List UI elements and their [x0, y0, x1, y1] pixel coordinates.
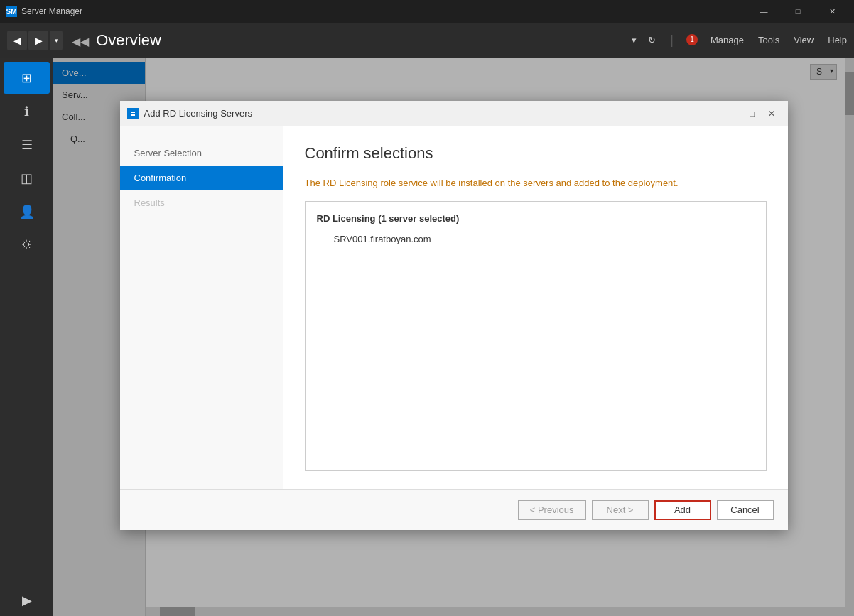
forward-button[interactable]: ▶ [28, 31, 48, 50]
sidebar-item-info[interactable]: ℹ [4, 95, 50, 127]
dialog-titlebar: Add RD Licensing Servers — □ ✕ [120, 101, 788, 126]
nav-buttons: ◀ ▶ ▾ [7, 31, 63, 50]
minimize-button[interactable]: — [747, 0, 780, 23]
maximize-button[interactable]: □ [782, 0, 814, 23]
sidebar-item-roles[interactable]: ◫ [4, 162, 50, 194]
server-manager-window: SM Server Manager — □ ✕ ◀ ▶ ▾ ◀◀ Overvie… [0, 0, 854, 616]
dialog-main-content: Confirm selections The RD Licensing role… [283, 126, 788, 489]
dialog-wizard-sidebar: Server Selection Confirmation Results [120, 126, 283, 489]
nav-dropdown-button[interactable]: ▾ [50, 31, 63, 50]
add-button[interactable]: Add [654, 500, 711, 520]
dialog-title-controls: — □ ✕ [724, 106, 781, 121]
users-icon: 👤 [19, 204, 35, 220]
dialog-maximize-button[interactable]: □ [743, 106, 762, 121]
previous-button[interactable]: < Previous [518, 500, 586, 520]
dialog-close-button[interactable]: ✕ [762, 106, 781, 121]
toolbar-menu: Manage Tools View Help [710, 35, 847, 45]
dialog-footer: < Previous Next > Add Cancel [120, 489, 788, 530]
expand-icon: ▶ [22, 593, 32, 608]
back-button[interactable]: ◀ [7, 31, 27, 50]
dialog-title-text: Add RD Licensing Servers [144, 108, 724, 119]
roles-icon: ◫ [21, 171, 33, 186]
dialog-overlay: Add RD Licensing Servers — □ ✕ Server Se [53, 58, 854, 616]
sidebar-item-users[interactable]: 👤 [4, 195, 50, 227]
title-bar: SM Server Manager — □ ✕ [0, 0, 854, 23]
svg-rect-0 [129, 110, 136, 117]
info-icon: ℹ [24, 104, 29, 119]
dialog-title-icon [127, 108, 139, 119]
wizard-step-server-selection[interactable]: Server Selection [120, 141, 283, 166]
servers-icon: ☰ [21, 137, 33, 153]
notification-badge: 1 [686, 34, 698, 45]
dialog-info-text: The RD Licensing role service will be in… [305, 177, 767, 190]
sidebar-item-servers[interactable]: ☰ [4, 129, 50, 161]
sidebar-item-settings[interactable]: ⛭ [4, 229, 50, 261]
dialog-body: Server Selection Confirmation Results C [120, 126, 788, 489]
dashboard-icon: ⊞ [21, 70, 32, 86]
dropdown-arrow-btn[interactable]: ▾ [632, 35, 637, 45]
app-icon: SM [6, 6, 17, 17]
add-rd-licensing-dialog: Add RD Licensing Servers — □ ✕ Server Se [120, 101, 788, 530]
next-button[interactable]: Next > [592, 500, 649, 520]
content-wrapper: Ove... Serv... Coll... Q... S ▾ [53, 58, 854, 616]
dialog-heading: Confirm selections [305, 144, 767, 163]
dialog-minimize-button[interactable]: — [724, 106, 742, 121]
content-box-header: RD Licensing (1 server selected) [317, 213, 755, 224]
toolbar-right: ▾ ↻ | ⚑ 1 Manage Tools View Help [632, 33, 847, 48]
wizard-step-results: Results [120, 190, 283, 215]
svg-rect-2 [131, 114, 135, 116]
toolbar-title: ◀◀ Overview [68, 31, 632, 50]
dialog-content-box: RD Licensing (1 server selected) SRV001.… [305, 201, 767, 471]
tools-menu[interactable]: Tools [758, 35, 779, 45]
view-menu[interactable]: View [794, 35, 814, 45]
close-button[interactable]: ✕ [816, 0, 848, 23]
wizard-step-confirmation[interactable]: Confirmation [120, 166, 283, 190]
help-menu[interactable]: Help [828, 35, 847, 45]
app-title: Server Manager [21, 6, 747, 16]
sidebar-item-dashboard[interactable]: ⊞ [4, 62, 50, 94]
sidebar: ⊞ ℹ ☰ ◫ 👤 ⛭ ▶ [0, 58, 53, 616]
server-item: SRV001.firatboyan.com [317, 231, 755, 247]
refresh-btn[interactable]: ↻ [648, 35, 656, 45]
title-bar-controls: — □ ✕ [747, 0, 848, 23]
settings-icon: ⛭ [21, 237, 33, 252]
sidebar-item-expand[interactable]: ▶ [4, 584, 50, 616]
cancel-button[interactable]: Cancel [717, 500, 774, 520]
notification-area: ⚑ 1 [688, 33, 699, 48]
toolbar: ◀ ▶ ▾ ◀◀ Overview ▾ ↻ | ⚑ 1 Manage Tools… [0, 23, 854, 58]
manage-menu[interactable]: Manage [710, 35, 744, 45]
svg-rect-1 [131, 112, 135, 113]
main-area: ⊞ ℹ ☰ ◫ 👤 ⛭ ▶ Ove... [0, 58, 854, 616]
